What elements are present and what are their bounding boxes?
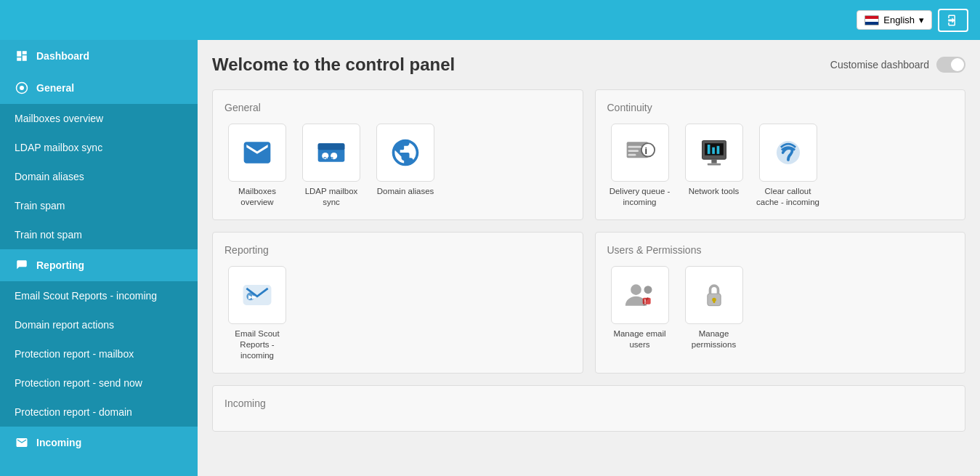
svg-rect-11 — [628, 150, 639, 152]
svg-rect-16 — [707, 164, 720, 166]
ldap-mailbox-sync-tile-label: LDAP mailbox sync — [299, 186, 364, 208]
mailbox-tile-icon — [241, 137, 273, 169]
sidebar-item-train-not-spam[interactable]: Train not spam — [0, 220, 198, 249]
ldap-mailbox-sync-label: LDAP mailbox sync — [15, 142, 102, 153]
domain-report-actions-label: Domain report actions — [15, 319, 114, 331]
email-scout-tile[interactable]: ▶▶ Email Scout Reports - incoming — [224, 266, 290, 361]
dashboard-row-3: Incoming — [212, 385, 965, 432]
sidebar-item-protection-report-send-now[interactable]: Protection report - send now — [0, 368, 198, 398]
incoming-icon — [15, 435, 29, 450]
protection-report-domain-label: Protection report - domain — [15, 406, 132, 418]
sidebar-item-mailboxes-overview[interactable]: Mailboxes overview — [0, 104, 198, 133]
manage-permissions-tile-icon — [698, 279, 730, 311]
svg-rect-19 — [716, 146, 719, 154]
sidebar-item-domain-report-actions[interactable]: Domain report actions — [0, 310, 198, 339]
reporting-section-label: Reporting — [224, 244, 571, 256]
sidebar-item-reporting[interactable]: Reporting — [0, 249, 198, 281]
logout-icon — [947, 14, 960, 27]
dashboard-row-1: General Mailboxes overview — [212, 89, 965, 220]
general-section-card: General Mailboxes overview — [212, 89, 583, 220]
dropdown-arrow: ▾ — [919, 15, 924, 25]
reporting-icon-grid: ▶▶ Email Scout Reports - incoming — [224, 266, 571, 361]
clear-callout-tile-icon — [772, 137, 804, 169]
customise-label: Customise dashboard — [830, 59, 929, 70]
delivery-queue-tile-icon: i — [624, 137, 656, 169]
network-tools-tile-icon — [698, 137, 730, 169]
sidebar-item-protection-report-domain[interactable]: Protection report - domain — [0, 398, 198, 427]
clear-callout-tile[interactable]: Clear callout cache - incoming — [756, 124, 821, 208]
ldap-mailbox-sync-tile[interactable]: LDAP LDAP mailbox sync — [299, 124, 364, 208]
users-permissions-section-card: Users & Permissions ! — [595, 232, 966, 374]
sidebar-item-domain-aliases[interactable]: Domain aliases — [0, 162, 198, 191]
reporting-icon — [15, 258, 29, 273]
language-selector[interactable]: English ▾ — [857, 10, 932, 30]
mailboxes-overview-label: Mailboxes overview — [15, 113, 103, 124]
flag-icon — [864, 15, 879, 25]
sidebar-item-general[interactable]: General — [0, 72, 198, 104]
svg-point-25 — [644, 286, 652, 294]
svg-text:▶▶: ▶▶ — [248, 293, 256, 299]
customise-toggle-switch[interactable] — [936, 57, 965, 73]
logout-button[interactable] — [938, 9, 968, 32]
sidebar-item-email-scout-reports[interactable]: Email Scout Reports - incoming — [0, 281, 198, 310]
mailboxes-overview-tile[interactable]: Mailboxes overview — [224, 124, 290, 208]
svg-text:i: i — [644, 145, 647, 156]
sidebar-item-train-spam[interactable]: Train spam — [0, 191, 198, 220]
domain-aliases-tile-icon — [389, 137, 421, 169]
svg-point-20 — [787, 158, 790, 161]
domain-aliases-label: Domain aliases — [15, 171, 84, 182]
svg-text:!: ! — [644, 298, 646, 305]
dashboard-label: Dashboard — [36, 50, 89, 62]
email-scout-tile-label: Email Scout Reports - incoming — [224, 328, 290, 361]
svg-rect-15 — [711, 159, 716, 164]
incoming-section-card: Incoming — [212, 385, 965, 432]
customise-toggle-area: Customise dashboard — [830, 57, 965, 73]
reporting-label: Reporting — [36, 259, 84, 271]
reporting-section-card: Reporting ▶▶ Email Scout Reports - incom… — [212, 232, 583, 374]
general-label: General — [36, 82, 74, 94]
delivery-queue-tile[interactable]: i Delivery queue - incoming — [607, 124, 673, 208]
svg-point-24 — [631, 284, 641, 295]
domain-aliases-tile-label: Domain aliases — [377, 186, 434, 197]
manage-permissions-tile[interactable]: Manage permissions — [681, 266, 747, 350]
manage-email-users-tile-label: Manage email users — [607, 328, 673, 350]
sidebar-item-dashboard[interactable]: Dashboard — [0, 40, 198, 72]
protection-report-send-now-label: Protection report - send now — [15, 377, 142, 389]
sidebar-item-incoming[interactable]: Incoming — [0, 427, 198, 459]
mailboxes-overview-tile-label: Mailboxes overview — [224, 186, 290, 208]
svg-rect-10 — [628, 146, 641, 148]
train-spam-label: Train spam — [15, 200, 65, 211]
sidebar-item-protection-report-mailbox[interactable]: Protection report - mailbox — [0, 339, 198, 368]
ldap-tile-icon: LDAP — [315, 137, 347, 169]
main-content: Welcome to the control panel Customise d… — [198, 40, 980, 476]
network-tools-tile-label: Network tools — [689, 186, 740, 197]
page-header: Welcome to the control panel Customise d… — [212, 55, 965, 75]
general-icon — [15, 81, 29, 95]
users-permissions-section-label: Users & Permissions — [607, 244, 954, 256]
dashboard-icon — [15, 49, 29, 63]
incoming-label: Incoming — [36, 437, 81, 448]
general-icon-grid: Mailboxes overview LDAP L — [224, 124, 571, 208]
domain-aliases-tile[interactable]: Domain aliases — [373, 124, 438, 208]
topbar: English ▾ — [0, 0, 980, 40]
svg-point-1 — [20, 86, 24, 90]
svg-rect-18 — [712, 148, 715, 154]
svg-text:LDAP: LDAP — [320, 156, 333, 161]
manage-email-users-tile-icon: ! — [624, 279, 656, 311]
protection-report-mailbox-label: Protection report - mailbox — [15, 348, 134, 360]
general-section-label: General — [224, 102, 571, 113]
sidebar-item-ldap-mailbox-sync[interactable]: LDAP mailbox sync — [0, 133, 198, 162]
incoming-section-label: Incoming — [224, 398, 953, 409]
continuity-icon-grid: i Delivery queue - incoming — [607, 124, 954, 208]
manage-email-users-tile[interactable]: ! Manage email users — [607, 266, 673, 350]
manage-permissions-tile-label: Manage permissions — [681, 328, 747, 350]
email-scout-reports-label: Email Scout Reports - incoming — [15, 290, 157, 302]
train-not-spam-label: Train not spam — [15, 229, 82, 241]
dashboard-row-2: Reporting ▶▶ Email Scout Reports - incom… — [212, 232, 965, 374]
delivery-queue-tile-label: Delivery queue - incoming — [607, 186, 673, 208]
users-permissions-icon-grid: ! Manage email users — [607, 266, 954, 350]
page-title: Welcome to the control panel — [212, 55, 455, 75]
svg-rect-3 — [318, 143, 345, 150]
sidebar: Dashboard General Mailboxes overview LDA… — [0, 40, 198, 476]
network-tools-tile[interactable]: Network tools — [681, 124, 747, 208]
